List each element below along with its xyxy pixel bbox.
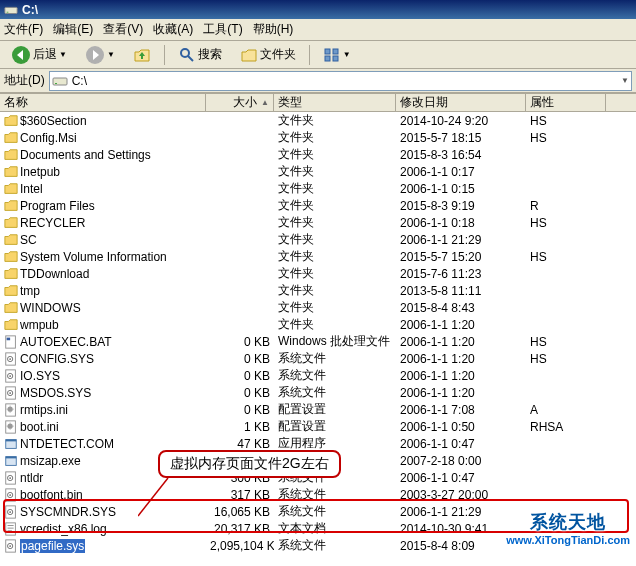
file-date: 2015-5-7 18:15 — [396, 131, 526, 145]
file-attr: HS — [526, 131, 606, 145]
header-size[interactable]: 大小▲ — [206, 94, 274, 111]
file-type: 系统文件 — [274, 384, 396, 401]
menu-edit[interactable]: 编辑(E) — [53, 21, 93, 38]
file-name: wmpub — [20, 318, 59, 332]
views-button[interactable]: ▼ — [316, 43, 358, 67]
file-rows[interactable]: $360Section文件夹2014-10-24 9:20HSConfig.Ms… — [0, 112, 636, 566]
up-folder-icon — [133, 46, 151, 64]
table-row[interactable]: bootfont.bin317 KB系统文件2003-3-27 20:00 — [0, 486, 636, 503]
views-icon — [323, 46, 341, 64]
table-row[interactable]: CONFIG.SYS0 KB系统文件2006-1-1 1:20HS — [0, 350, 636, 367]
table-row[interactable]: Documents and Settings文件夹2015-8-3 16:54 — [0, 146, 636, 163]
file-size: 0 KB — [206, 335, 274, 349]
table-row[interactable]: System Volume Information文件夹2015-5-7 15:… — [0, 248, 636, 265]
svg-point-24 — [8, 406, 13, 411]
table-row[interactable]: AUTOEXEC.BAT0 KBWindows 批处理文件2006-1-1 1:… — [0, 333, 636, 350]
file-date: 2015-8-3 16:54 — [396, 148, 526, 162]
sys-icon — [4, 386, 18, 400]
table-row[interactable]: boot.ini1 KB配置设置2006-1-1 0:50RHSA — [0, 418, 636, 435]
forward-button[interactable]: ▼ — [78, 42, 122, 68]
menu-help[interactable]: 帮助(H) — [253, 21, 294, 38]
table-row[interactable]: wmpub文件夹2006-1-1 1:20 — [0, 316, 636, 333]
file-date: 2007-2-18 0:00 — [396, 454, 526, 468]
address-input-wrap[interactable]: ▼ — [49, 71, 632, 91]
svg-point-33 — [9, 477, 11, 479]
file-date: 2006-1-1 1:20 — [396, 318, 526, 332]
table-row[interactable]: NTDETECT.COM47 KB应用程序2006-1-1 0:47 — [0, 435, 636, 452]
table-row[interactable]: SC文件夹2006-1-1 21:29 — [0, 231, 636, 248]
folder-icon — [4, 199, 18, 213]
header-date[interactable]: 修改日期 — [396, 94, 526, 111]
file-date: 2006-1-1 0:17 — [396, 165, 526, 179]
folders-icon — [240, 46, 258, 64]
table-row[interactable]: rmtips.ini0 KB配置设置2006-1-1 7:08A — [0, 401, 636, 418]
file-name: Program Files — [20, 199, 95, 213]
folder-icon — [4, 250, 18, 264]
file-size: 0 KB — [206, 369, 274, 383]
folder-icon — [4, 182, 18, 196]
sys-icon — [4, 352, 18, 366]
table-row[interactable]: Intel文件夹2006-1-1 0:15 — [0, 180, 636, 197]
table-row[interactable]: Program Files文件夹2015-8-3 9:19R — [0, 197, 636, 214]
menu-favorites[interactable]: 收藏(A) — [153, 21, 193, 38]
file-name: SYSCMNDR.SYS — [20, 505, 116, 519]
file-date: 2015-8-3 9:19 — [396, 199, 526, 213]
table-row[interactable]: TDDownload文件夹2015-7-6 11:23 — [0, 265, 636, 282]
menu-tools[interactable]: 工具(T) — [203, 21, 242, 38]
table-row[interactable]: pagefile.sys2,095,104 KB系统文件2015-8-4 8:0… — [0, 537, 636, 554]
folders-button[interactable]: 文件夹 — [233, 43, 303, 67]
header-attr[interactable]: 属性 — [526, 94, 606, 111]
table-row[interactable]: msizap.exe93 KB应用程序2007-2-18 0:00 — [0, 452, 636, 469]
file-date: 2015-5-7 15:20 — [396, 250, 526, 264]
folder-icon — [4, 131, 18, 145]
file-date: 2015-8-4 8:09 — [396, 539, 526, 553]
address-label: 地址(D) — [4, 72, 45, 89]
file-type: 文本文档 — [274, 520, 396, 537]
file-name: MSDOS.SYS — [20, 386, 91, 400]
table-row[interactable]: MSDOS.SYS0 KB系统文件2006-1-1 1:20 — [0, 384, 636, 401]
address-bar: 地址(D) ▼ — [0, 69, 636, 93]
file-name: System Volume Information — [20, 250, 167, 264]
table-row[interactable]: IO.SYS0 KB系统文件2006-1-1 1:20 — [0, 367, 636, 384]
column-headers: 名称 大小▲ 类型 修改日期 属性 — [0, 94, 636, 112]
table-row[interactable]: SYSCMNDR.SYS16,065 KB系统文件2006-1-1 21:29 — [0, 503, 636, 520]
file-date: 2014-10-24 9:20 — [396, 114, 526, 128]
file-attr: HS — [526, 352, 606, 366]
back-button[interactable]: 后退 ▼ — [4, 42, 74, 68]
titlebar[interactable]: C:\ — [0, 0, 636, 19]
file-date: 2006-1-1 1:20 — [396, 335, 526, 349]
header-type[interactable]: 类型 — [274, 94, 396, 111]
file-size: 1 KB — [206, 420, 274, 434]
file-name: IO.SYS — [20, 369, 60, 383]
file-size: 93 KB — [206, 454, 274, 468]
up-button[interactable] — [126, 43, 158, 67]
file-type: 应用程序 — [274, 452, 396, 469]
address-input[interactable] — [68, 72, 621, 90]
folder-icon — [4, 267, 18, 281]
svg-point-22 — [9, 392, 11, 394]
table-row[interactable]: RECYCLER文件夹2006-1-1 0:18HS — [0, 214, 636, 231]
table-row[interactable]: $360Section文件夹2014-10-24 9:20HS — [0, 112, 636, 129]
table-row[interactable]: tmp文件夹2013-5-8 11:11 — [0, 282, 636, 299]
drive-icon — [4, 3, 18, 17]
toolbar-separator — [309, 45, 310, 65]
table-row[interactable]: WINDOWS文件夹2015-8-4 8:43 — [0, 299, 636, 316]
table-row[interactable]: Inetpub文件夹2006-1-1 0:17 — [0, 163, 636, 180]
menu-file[interactable]: 文件(F) — [4, 21, 43, 38]
file-attr: R — [526, 199, 606, 213]
table-row[interactable]: vcredist_x86.log20,317 KB文本文档2014-10-30 … — [0, 520, 636, 537]
chevron-down-icon[interactable]: ▼ — [621, 76, 629, 85]
search-button[interactable]: 搜索 — [171, 43, 229, 67]
svg-line-5 — [188, 56, 193, 61]
file-name: vcredist_x86.log — [20, 522, 107, 536]
sys-icon — [4, 505, 18, 519]
table-row[interactable]: Config.Msi文件夹2015-5-7 18:15HS — [0, 129, 636, 146]
sort-asc-icon: ▲ — [261, 98, 269, 107]
header-name[interactable]: 名称 — [0, 94, 206, 111]
chevron-down-icon: ▼ — [343, 50, 351, 59]
folder-icon — [4, 284, 18, 298]
file-type: 文件夹 — [274, 299, 396, 316]
file-type: 系统文件 — [274, 537, 396, 554]
table-row[interactable]: ntldr300 KB系统文件2006-1-1 0:47 — [0, 469, 636, 486]
menu-view[interactable]: 查看(V) — [103, 21, 143, 38]
